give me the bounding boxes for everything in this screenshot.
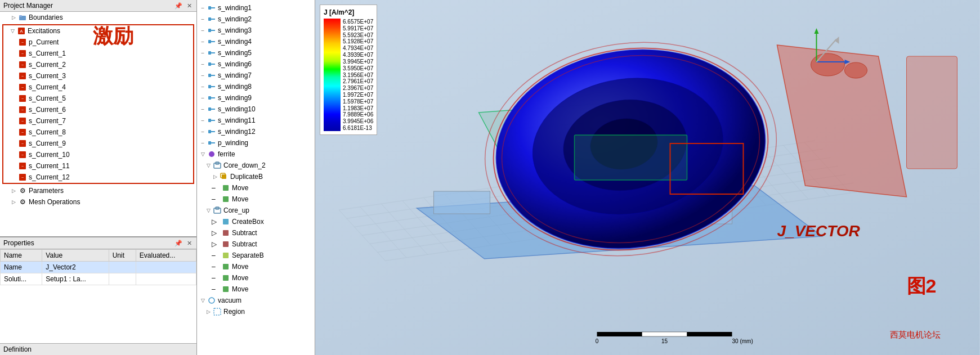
svg-text:~: ~ xyxy=(21,119,24,123)
move-icon xyxy=(221,285,230,294)
svg-rect-40 xyxy=(208,119,211,122)
tree-core-up[interactable]: ▽ Core_up xyxy=(197,205,315,216)
tree-s_winding8[interactable]: –s_winding8 xyxy=(197,81,315,92)
tree-move4[interactable]: –Move xyxy=(197,272,315,284)
tree-item-s6[interactable]: ~s_Current_6 xyxy=(3,104,193,115)
tree-s_winding12[interactable]: –s_winding12 xyxy=(197,126,315,137)
tree-p_winding[interactable]: –p_winding xyxy=(197,137,315,149)
legend-val-16: 6.6181E-13 xyxy=(343,125,373,131)
tree-s_winding7[interactable]: –s_winding7 xyxy=(197,70,315,81)
tree-s_winding9[interactable]: –s_winding9 xyxy=(197,92,315,104)
legend-val-3: 5.1928E+07 xyxy=(343,38,373,44)
tree-s_winding3[interactable]: –s_winding3 xyxy=(197,25,315,36)
row-sol-value: Setup1 : La... xyxy=(42,273,109,285)
excitation-icon: A xyxy=(17,26,26,35)
tree-s_winding4[interactable]: –s_winding4 xyxy=(197,36,315,47)
tree-item-boundaries[interactable]: ▷ Boundaries xyxy=(0,12,196,23)
tree-item-s5[interactable]: ~s_Current_5 xyxy=(3,93,193,104)
properties-panel: Properties 📌 ✕ Name Value Unit Evaluated… xyxy=(0,237,196,355)
tree-s_winding6[interactable]: –s_winding6 xyxy=(197,59,315,70)
tree-item-s2[interactable]: ~s_Current_2 xyxy=(3,59,193,70)
tree-move3[interactable]: –Move xyxy=(197,261,315,272)
tree-item-s9[interactable]: ~s_Current_9 xyxy=(3,138,193,149)
svg-text:~: ~ xyxy=(21,97,24,101)
props-row-name[interactable]: Name J_Vector2 xyxy=(1,262,196,273)
label: s_Current_5 xyxy=(29,93,192,104)
svg-text:~: ~ xyxy=(21,164,24,168)
tree-s_winding11[interactable]: –s_winding11 xyxy=(197,115,315,126)
label: s_winding4 xyxy=(218,37,314,47)
separate-icon xyxy=(221,251,230,260)
legend-gradient: 6.6575E+07 5.9917E+07 5.5923E+07 5.1928E… xyxy=(324,19,373,131)
props-pin-button[interactable]: 📌 xyxy=(173,240,184,247)
props-row-solution[interactable]: Soluti... Setup1 : La... xyxy=(1,273,196,285)
tree-item-s8[interactable]: ~s_Current_8 xyxy=(3,127,193,138)
middle-tree[interactable]: – s_winding1 –s_winding2 –s_winding3 –s_… xyxy=(197,0,315,355)
svg-rect-116 xyxy=(597,332,642,336)
region-icon xyxy=(213,307,222,316)
expand-icon: ▷ xyxy=(10,14,17,21)
winding-icon xyxy=(207,26,216,35)
tree-createbox[interactable]: ▷ CreateBox xyxy=(197,216,315,227)
label: s_winding3 xyxy=(218,25,314,35)
tree-vacuum[interactable]: ▽ vacuum xyxy=(197,295,315,306)
tree-move5[interactable]: –Move xyxy=(197,284,315,295)
col-unit: Unit xyxy=(109,250,136,262)
svg-text:~: ~ xyxy=(21,74,24,78)
box-icon xyxy=(213,206,222,215)
svg-rect-42 xyxy=(208,141,211,145)
fig-label-text: 图2 xyxy=(907,275,937,296)
project-manager-title: Project Manager xyxy=(3,2,53,10)
tree-core-down-2[interactable]: ▽ Core_down_2 xyxy=(197,160,315,171)
tree-subtract1[interactable]: ▷ Subtract xyxy=(197,227,315,239)
winding-icon xyxy=(207,3,216,12)
svg-rect-48 xyxy=(223,185,229,191)
props-close-button[interactable]: ✕ xyxy=(186,240,193,247)
tree-s_winding2[interactable]: –s_winding2 xyxy=(197,14,315,25)
tree-item-s7[interactable]: ~s_Current_7 xyxy=(3,115,193,127)
label: s_winding6 xyxy=(218,59,314,69)
winding-icon xyxy=(207,71,216,80)
tree-separateb[interactable]: – SeparateB xyxy=(197,250,315,261)
tree-subtract2[interactable]: ▷ Subtract xyxy=(197,239,315,250)
legend-val-2: 5.5923E+07 xyxy=(343,32,373,38)
left-panel: Project Manager 📌 ✕ ▷ Boundaries ▽ xyxy=(0,0,197,355)
tree-move1[interactable]: – Move xyxy=(197,182,315,194)
color-legend: J [A/m^2] 6.6575E+07 5.9917E+07 5.5923E+… xyxy=(320,5,377,135)
expand-icon: ▷ xyxy=(10,199,17,205)
label: CreateBox xyxy=(232,217,314,227)
tree-duplicate-b[interactable]: ▷ DuplicateB xyxy=(197,171,315,182)
tree-item-s11[interactable]: ~s_Current_11 xyxy=(3,160,193,172)
tree-s_winding10[interactable]: –s_winding10 xyxy=(197,104,315,115)
tree-item-s3[interactable]: ~s_Current_3 xyxy=(3,70,193,82)
tree-item-s4[interactable]: ~s_Current_4 xyxy=(3,82,193,93)
tree-ferrite[interactable]: ▽ ferrite xyxy=(197,149,315,160)
row-sol-unit xyxy=(109,273,136,285)
tree-item-mesh-ops[interactable]: ▷ ⚙ Mesh Operations xyxy=(0,196,196,208)
project-tree[interactable]: ▷ Boundaries ▽ A Excitations xyxy=(0,12,196,236)
tree-s_winding1[interactable]: – s_winding1 xyxy=(197,2,315,14)
winding-icon xyxy=(207,93,216,102)
current-icon: ~ xyxy=(18,94,27,103)
label: s_Current_2 xyxy=(29,60,192,70)
duplicate-icon xyxy=(220,172,229,181)
tree-item-s10[interactable]: ~s_Current_10 xyxy=(3,149,193,160)
svg-text:~: ~ xyxy=(21,63,24,67)
close-button[interactable]: ✕ xyxy=(186,2,193,10)
tree-s_winding5[interactable]: –s_winding5 xyxy=(197,47,315,59)
panel-header-actions: 📌 ✕ xyxy=(173,2,193,10)
legend-val-11: 1.9972E+07 xyxy=(343,92,373,98)
svg-rect-54 xyxy=(223,241,229,247)
tree-label-parameters: Parameters xyxy=(29,186,195,196)
separate-dash: – xyxy=(212,250,220,260)
expand-dash: ▷ xyxy=(212,228,220,238)
current-icon: ~ xyxy=(18,60,27,69)
expand-icon-ferrite: ▽ xyxy=(199,151,206,158)
pin-button[interactable]: 📌 xyxy=(173,2,184,10)
tree-item-parameters[interactable]: ▷ ⚙ Parameters xyxy=(0,185,196,196)
tree-region[interactable]: ▷ Region xyxy=(197,306,315,317)
tree-move2[interactable]: – Move xyxy=(197,194,315,205)
subtract-icon xyxy=(221,228,230,237)
legend-values: 6.6575E+07 5.9917E+07 5.5923E+07 5.1928E… xyxy=(343,19,373,131)
tree-item-s12[interactable]: ~s_Current_12 xyxy=(3,172,193,183)
